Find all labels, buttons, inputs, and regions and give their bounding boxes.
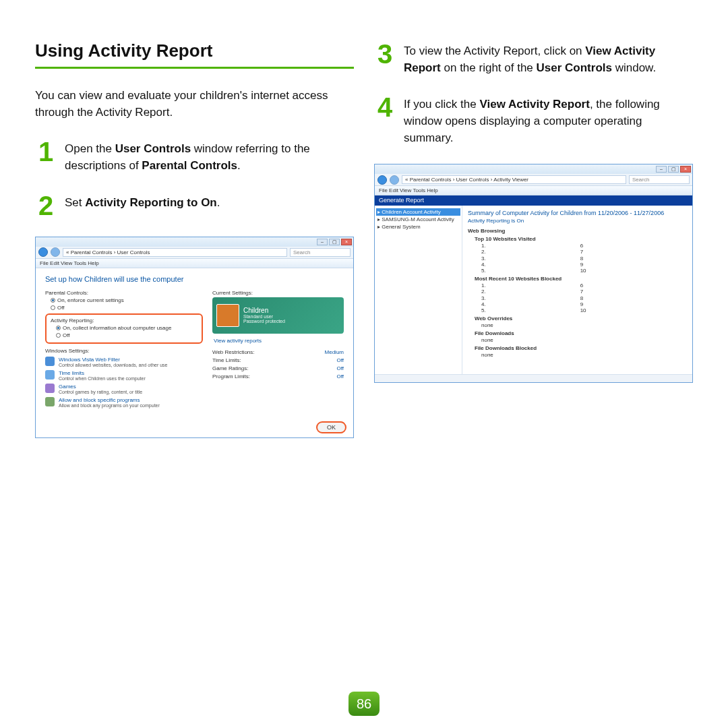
subsection-top-sites: Top 10 Websites Visited (475, 236, 687, 242)
report-title: Summary of Computer Activity for Childre… (468, 210, 687, 216)
forward-button[interactable] (51, 247, 60, 257)
value-none: none (468, 352, 687, 358)
step-4: 4 If you click the View Activity Report,… (374, 94, 693, 146)
screenshot-activity-viewer: – ▢ × « Parental Controls › User Control… (374, 164, 693, 383)
step-number: 2 (35, 192, 57, 219)
heading-rule (35, 67, 354, 69)
address-bar: « Parental Controls › User Controls › Ac… (375, 174, 692, 186)
subsection-overrides: Web Overrides (475, 315, 687, 322)
setting-time-limits[interactable]: Time limitsControl when Children uses th… (45, 370, 203, 381)
setting-value: Time Limits:Off (212, 357, 344, 363)
t: Control allowed websites, downloads, and… (59, 363, 168, 367)
t: Control games by rating, content, or tit… (59, 390, 142, 394)
search-input[interactable]: Search (290, 248, 351, 257)
user-card: Children Standard user Password protecte… (212, 297, 344, 334)
t: Activity Reporting to On (85, 196, 217, 209)
subsection-blocked: Most Recent 10 Websites Blocked (475, 276, 687, 282)
minimize-button[interactable]: – (317, 239, 328, 245)
avatar (216, 304, 239, 327)
address-bar: « Parental Controls › User Controls Sear… (36, 247, 353, 259)
window-titlebar: – ▢ × (36, 237, 353, 247)
step-1: 1 Open the User Controls window referrin… (35, 138, 354, 174)
clock-icon (45, 370, 55, 380)
radio-off[interactable]: Off (45, 305, 203, 311)
menu-bar[interactable]: File Edit View Tools Help (36, 259, 353, 268)
t: On, collect information about computer u… (63, 325, 171, 331)
group-label: Current Settings: (212, 290, 344, 296)
t: Control when Children uses the computer (59, 376, 146, 381)
t: window. (612, 61, 656, 74)
back-button[interactable] (377, 175, 387, 185)
minimize-button[interactable]: – (656, 166, 667, 173)
generate-report-bar[interactable]: Generate Report (375, 195, 692, 206)
t: Children (243, 307, 285, 314)
section-web-browsing: Web Browsing (468, 228, 687, 234)
value-none: none (468, 337, 687, 343)
menu-bar[interactable]: File Edit View Tools Help (375, 186, 692, 195)
group-label: Parental Controls: (45, 290, 203, 296)
programs-icon (45, 397, 55, 406)
setting-allow-block[interactable]: Allow and block specific programsAllow a… (45, 397, 203, 408)
subsection-downloads-blocked: File Downloads Blocked (475, 345, 687, 351)
step-2: 2 Set Activity Reporting to On. (35, 192, 354, 219)
breadcrumb[interactable]: « Parental Controls › User Controls (63, 248, 287, 257)
t: Parental Controls (142, 159, 237, 172)
t: Standard user (243, 314, 285, 319)
t: Windows Vista Web Filter (59, 357, 168, 363)
close-button[interactable]: × (680, 166, 691, 173)
scrollbar[interactable] (375, 374, 692, 382)
tree-panel: ▸ Children Account Activity ▸ SAMSUNG-M … (375, 206, 462, 374)
page-number: 86 (348, 692, 380, 716)
setting-value: Game Ratings:Off (212, 365, 344, 371)
t: Password protected (243, 319, 285, 324)
t: Off (63, 332, 70, 338)
maximize-button[interactable]: ▢ (668, 166, 679, 173)
dialog-footer: OK (36, 417, 353, 437)
t: on the right of the (441, 61, 537, 74)
t: View Activity Report (479, 98, 589, 111)
t: Allow and block specific programs (59, 397, 160, 403)
ok-button[interactable]: OK (316, 421, 346, 433)
t: On, enforce current settings (57, 297, 124, 303)
breadcrumb[interactable]: « Parental Controls › User Controls › Ac… (402, 175, 626, 184)
setting-value: Program Limits:Off (212, 373, 344, 380)
t: Open the (65, 142, 115, 155)
report-panel: Summary of Computer Activity for Childre… (462, 206, 692, 374)
setting-games[interactable]: GamesControl games by rating, content, o… (45, 384, 203, 394)
list-blocked-sites: 1.2.3.4.5. 678910 (468, 282, 687, 313)
t: User Controls (115, 142, 191, 155)
step-number: 1 (35, 138, 57, 174)
maximize-button[interactable]: ▢ (329, 239, 340, 245)
t: Off (57, 305, 65, 311)
games-icon (45, 384, 55, 393)
forward-button[interactable] (390, 175, 399, 185)
value-none: none (468, 322, 687, 328)
radio-on[interactable]: On, enforce current settings (45, 297, 203, 303)
step-3: 3 To view the Activity Report, click on … (374, 40, 693, 76)
t: If you click the (404, 98, 479, 111)
setting-web-filter[interactable]: Windows Vista Web FilterControl allowed … (45, 357, 203, 367)
group-label: Activity Reporting: (51, 317, 198, 324)
group-label: Windows Settings: (45, 348, 203, 354)
t: Set (65, 196, 85, 209)
tree-item-children[interactable]: ▸ Children Account Activity (376, 208, 460, 216)
setting-value: Web Restrictions:Medium (212, 349, 344, 355)
tree-item-samsung[interactable]: ▸ SAMSUNG-M Account Activity (376, 216, 460, 223)
t: Games (59, 384, 142, 390)
intro-text: You can view and evaluate your children'… (35, 88, 354, 121)
t: . (217, 196, 220, 209)
t: Time limits (59, 370, 146, 376)
window-titlebar: – ▢ × (375, 164, 692, 174)
radio-off[interactable]: Off (51, 332, 198, 338)
highlight-activity-reporting: Activity Reporting: On, collect informat… (45, 313, 203, 344)
screenshot-user-controls: – ▢ × « Parental Controls › User Control… (35, 237, 354, 438)
search-input[interactable]: Search (629, 175, 690, 184)
globe-icon (45, 357, 55, 366)
view-activity-reports-link[interactable]: View activity reports (214, 338, 344, 344)
close-button[interactable]: × (341, 239, 352, 245)
radio-on[interactable]: On, collect information about computer u… (51, 325, 198, 331)
back-button[interactable] (38, 247, 48, 257)
tree-item-general[interactable]: ▸ General System (376, 223, 460, 231)
t: User Controls (537, 61, 612, 74)
step-number: 3 (374, 40, 396, 76)
